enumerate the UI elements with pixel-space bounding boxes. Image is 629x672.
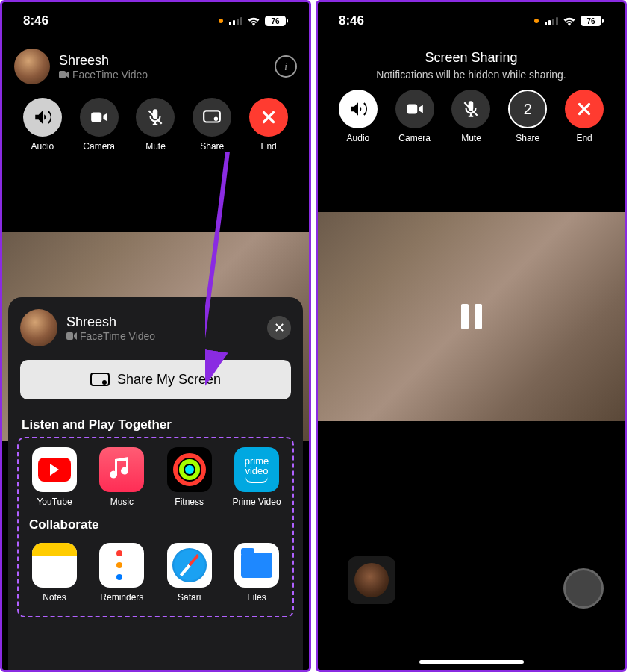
call-header: Shreesh FaceTime Video i [2, 40, 309, 93]
camera-label: Camera [83, 141, 115, 152]
svg-rect-6 [66, 332, 73, 340]
share-label: Share [516, 133, 539, 143]
sharing-subtitle: Notifications will be hidden while shari… [333, 69, 610, 81]
svg-rect-9 [407, 105, 417, 114]
pause-icon [461, 304, 482, 329]
sheet-subtitle: FaceTime Video [66, 330, 258, 342]
screen-sharing-header: Screen Sharing Notifications will be hid… [318, 40, 625, 85]
end-button[interactable] [565, 90, 604, 128]
call-controls: Audio Camera Mute Share End [2, 93, 309, 161]
call-type: FaceTime Video [59, 69, 266, 81]
info-button[interactable]: i [275, 55, 297, 78]
pip-self-view[interactable] [348, 556, 395, 604]
share-label: Share [200, 141, 224, 152]
svg-rect-4 [204, 111, 220, 122]
call-controls: Audio Camera Mute 2 Share End [318, 85, 625, 152]
mute-label: Mute [461, 133, 481, 143]
sheet-avatar [20, 309, 57, 346]
prime-label: Prime Video [232, 497, 281, 507]
files-label: Files [247, 592, 266, 603]
status-time: 8:46 [23, 13, 48, 28]
mute-label: Mute [145, 141, 166, 152]
battery-level: 76 [265, 16, 286, 26]
wifi-icon [563, 16, 576, 26]
end-label: End [576, 133, 592, 143]
share-sheet: Shreesh FaceTime Video ✕ Share My Screen… [8, 297, 303, 670]
safari-app[interactable] [167, 543, 212, 588]
camera-button[interactable] [395, 90, 434, 128]
status-time: 8:46 [339, 13, 364, 28]
status-icons: 76 [219, 16, 288, 26]
left-phone-screen: 8:46 76 Shreesh FaceTime Video i A [0, 0, 311, 672]
prime-video-app[interactable]: primevideo [234, 447, 279, 492]
signal-icon [229, 17, 242, 25]
music-app[interactable] [99, 447, 144, 492]
mute-button[interactable] [451, 90, 490, 128]
right-phone-screen: 8:46 76 Screen Sharing Notifications wil… [316, 0, 627, 672]
reminders-label: Reminders [100, 592, 143, 603]
camera-label: Camera [398, 133, 431, 143]
audio-button[interactable] [339, 90, 378, 128]
status-icons: 76 [534, 16, 604, 26]
status-bar: 8:46 76 [2, 2, 309, 40]
notes-app[interactable] [32, 543, 77, 588]
camera-indicator-dot [219, 19, 223, 23]
battery-icon: 76 [581, 16, 604, 26]
safari-label: Safari [178, 592, 201, 603]
screen-share-icon [90, 373, 110, 388]
highlighted-apps: YouTube Music Fitness primevideo [17, 437, 294, 617]
audio-button[interactable] [23, 98, 62, 137]
share-countdown-button[interactable]: 2 [508, 90, 547, 128]
end-button[interactable] [249, 98, 288, 137]
home-indicator[interactable] [419, 660, 524, 664]
end-label: End [260, 141, 276, 152]
music-label: Music [110, 497, 134, 507]
status-bar: 8:46 76 [318, 2, 625, 40]
reminders-app[interactable] [99, 543, 144, 588]
audio-label: Audio [31, 141, 54, 152]
camera-shutter-button[interactable] [563, 568, 604, 609]
battery-icon: 76 [265, 16, 288, 26]
caller-name: Shreesh [59, 53, 266, 69]
camera-button[interactable] [80, 98, 119, 137]
svg-rect-0 [59, 71, 66, 78]
youtube-app[interactable] [32, 447, 77, 492]
video-preview [318, 212, 625, 421]
files-app[interactable] [234, 543, 279, 588]
share-my-screen-button[interactable]: Share My Screen [20, 360, 291, 399]
audio-label: Audio [347, 133, 370, 143]
sheet-name: Shreesh [66, 314, 258, 330]
close-button[interactable]: ✕ [267, 316, 291, 340]
svg-point-5 [214, 116, 218, 120]
signal-icon [545, 17, 558, 25]
fitness-app[interactable] [167, 447, 212, 492]
avatar [14, 49, 50, 84]
self-avatar [354, 563, 389, 597]
listen-play-title: Listen and Play Together [20, 417, 291, 432]
notes-label: Notes [43, 592, 66, 603]
share-button[interactable] [193, 98, 231, 137]
svg-point-8 [102, 380, 107, 385]
video-icon [66, 332, 77, 340]
youtube-label: YouTube [37, 497, 72, 507]
fitness-label: Fitness [175, 497, 204, 507]
sharing-title: Screen Sharing [333, 50, 610, 66]
camera-indicator-dot [534, 19, 539, 23]
wifi-icon [247, 16, 260, 26]
svg-rect-1 [91, 113, 101, 122]
battery-level: 76 [581, 16, 601, 26]
collaborate-title: Collaborate [22, 517, 290, 532]
video-icon [59, 71, 69, 78]
mute-button[interactable] [136, 98, 175, 137]
